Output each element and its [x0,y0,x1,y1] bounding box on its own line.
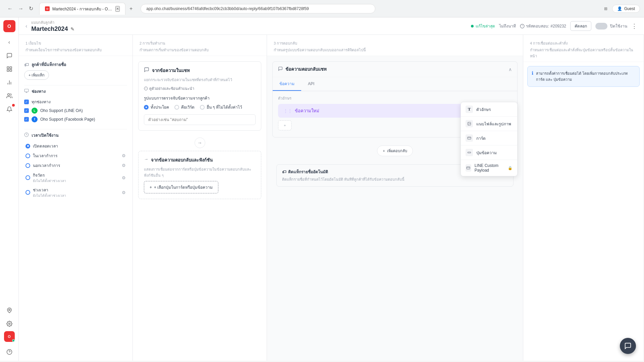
channel-all-checkbox[interactable]: ✓ [24,100,29,104]
sidebar-notification-icon[interactable] [3,103,15,115]
step2-content: จากข้อความในแชท แยกกระจะรวจจับข้อความในแ… [133,56,267,208]
time-period-radio[interactable] [25,190,30,195]
radio-all-sentence-icon[interactable] [144,105,149,110]
add-trigger-button[interactable]: + + เลือกปุ่มในการ์ดหรือปุ่มข้อความ [144,181,218,193]
time-work-gear[interactable]: ⚙ [122,153,126,158]
sidebar-contacts-icon[interactable] [3,90,15,102]
copy-code-button[interactable]: คัดลอก [570,21,591,31]
reply-code-badge: รหัสตอบสอบ: #209232 [520,23,566,29]
refresh-button[interactable]: ↻ [27,4,35,13]
dropdown-item-text[interactable]: T ตัวอักษร [461,102,517,117]
page-header: ‹ แบบกลับลูกค้า Martech2024 ✎ แก้ไขล่าสุ… [19,17,644,35]
trigger-card-2-header: → จากข้อความตอบกลับและฟังก์ชัน [144,157,256,164]
time-always-radio[interactable] [25,144,30,148]
tag-section-label: 🏷 ลูกค้าที่มีแท็กรายชื่อ [24,61,127,68]
add-message-button[interactable]: + [278,120,291,130]
dropdown-item-button-text[interactable]: ปุ่มข้อความ [461,145,517,160]
new-tab-button[interactable]: + [127,4,135,13]
response-card-icon [278,66,283,72]
time-off[interactable]: นอกเวลากำการ ⚙ [25,161,126,170]
channel-line-checkbox[interactable]: ✓ [24,108,29,113]
back-button[interactable]: ← [5,4,15,13]
guest-profile[interactable]: 👤 Guest [612,5,640,13]
time-section: เวลาเปิดใช้งาน เปิดตลอดเวลา ในเวลากำการ … [24,132,127,200]
breadcrumb: แบบกลับลูกค้า [31,19,74,25]
trigger-text-input[interactable] [144,114,256,125]
clock-icon [24,132,29,138]
active-tab[interactable]: O Martech2024 - การตอบกลับ - Oh... ✕ [39,3,125,15]
add-tag-button[interactable]: + เพิ่มแท็ก [24,70,49,80]
sidebar-stats-icon[interactable] [3,76,15,88]
add-response-button[interactable]: + เพิ่มตอบกลับ [377,145,413,156]
time-routine-radio[interactable] [25,175,30,180]
tabs-row: ข้อความ API [273,77,517,91]
more-options-button[interactable]: ⋮ [631,22,637,30]
time-off-gear[interactable]: ⚙ [122,163,126,168]
app-sidebar: O ‹ O [0,17,19,361]
dropdown-text-icon: T [466,106,473,113]
sidebar-grid-icon[interactable] [3,63,15,75]
app-logo[interactable]: O [3,20,15,32]
toggle-group: ปิดใช้งาน [595,23,627,29]
enable-toggle[interactable] [595,23,607,29]
time-work-radio[interactable] [25,154,30,158]
collapse-button[interactable]: ∧ [508,67,512,72]
sidebar-back-button[interactable]: ‹ [3,36,15,48]
trigger-card-1-desc: แยกกระจะรวจจับข้อความในแชทที่ตรงกับคำที่… [144,77,256,83]
radio-other[interactable]: อื่น ๆ ที่ไม่ได้ตั้งค่าไว้ [200,104,242,110]
channel-section-label: ช่องทาง [24,88,127,95]
add-message-icon: + [284,123,286,127]
step2-panel: 2 การเริ่มทำงาน กำหนดการเริ่มทำงานของข้อ… [133,35,267,361]
address-bar[interactable]: app.oho.chat/business/64746afdfecbc09c2c… [141,4,375,13]
time-always[interactable]: เปิดตลอดเวลา [25,141,126,151]
time-period[interactable]: ช่วงเวลา ยังไม่ได้ตั้งค่าช่วงเวลา ⚙ [25,185,126,200]
divider-2 [24,129,127,129]
sidebar-logo-bottom[interactable]: O [4,331,15,342]
dropdown-item-media[interactable]: แนบไฟล์และรูปภาพ [461,117,517,131]
svg-point-23 [469,123,469,124]
channel-line[interactable]: ✓ L Oho Support (LINE OA) [24,106,127,115]
sidebar-help-icon[interactable] [3,346,15,358]
step2-number: 2 การเริ่มทำงาน [140,40,260,46]
radio-keyword-icon[interactable] [174,105,179,110]
time-options: เปิดตลอดเวลา ในเวลากำการ ⚙ นอกเวลากำการ … [24,141,127,200]
tab-title: Martech2024 - การตอบกลับ - Oh... [52,6,113,12]
channel-all[interactable]: ✓ ทุกช่องทาง [24,97,127,106]
sidebar-settings-icon[interactable] [3,318,15,330]
step4-info-text: สามารถตั้งค่าการเชื่อมต่อได้ โดยเพิ่มการ… [536,70,635,82]
channel-section: ช่องทาง ✓ ทุกช่องทาง ✓ L Oho Support (LI… [24,88,127,124]
svg-rect-24 [468,137,471,139]
sidebar-chat-icon[interactable] [3,50,15,62]
radio-other-icon[interactable] [200,105,205,110]
step3-number: 3 การตอบกลับ [274,40,516,46]
tag-icon: 🏷 [24,62,29,67]
time-routine-gear[interactable]: ⚙ [122,175,126,180]
tab-close-button[interactable]: ✕ [115,6,120,12]
tab-message[interactable]: ข้อความ [273,77,301,91]
time-routine[interactable]: กิจวัตร ยังไม่ได้ตั้งค่าช่วงเวลา ⚙ [25,170,126,185]
chat-bubble-button[interactable] [620,338,636,354]
arrow-divider: → [138,135,261,151]
dropdown-item-card[interactable]: การ์ด [461,131,517,145]
sidebar-location-icon[interactable] [3,304,15,316]
channel-fb-checkbox[interactable]: ✓ [24,117,29,122]
channel-fb[interactable]: ✓ f Oho Support (Facebook Page) [24,115,127,124]
dropdown-item-line-custom[interactable]: LINE Custom Payload 🔒 [461,160,517,176]
svg-rect-0 [7,67,9,68]
channel-line-name: Oho Support (LINE OA) [40,108,83,113]
header-back-button[interactable]: ‹ [25,23,27,29]
forward-button[interactable]: → [16,4,25,13]
time-work[interactable]: ในเวลากำการ ⚙ [25,151,126,161]
step4-info-box: ℹ สามารถตั้งค่าการเชื่อมต่อได้ โดยเพิ่มก… [527,66,640,87]
radio-all-sentence[interactable]: ทั้งประโยค [144,104,169,110]
tab-api[interactable]: API [301,77,321,91]
info-link[interactable]: ดูตัวอย่างและซ้อนคำแนะนำ [144,85,256,92]
response-card-header: ข้อความตอบกลับแชท ∧ [273,62,517,77]
edit-icon[interactable]: ✎ [70,26,74,32]
drag-handle[interactable]: ⋮⋮ [283,108,292,113]
translate-button[interactable]: ⊞ [602,5,609,12]
time-period-gear[interactable]: ⚙ [122,190,126,195]
time-work-label: ในเวลากำการ [33,153,57,159]
radio-keyword[interactable]: คียเวิร์ด [174,104,195,110]
time-off-radio[interactable] [25,163,30,168]
